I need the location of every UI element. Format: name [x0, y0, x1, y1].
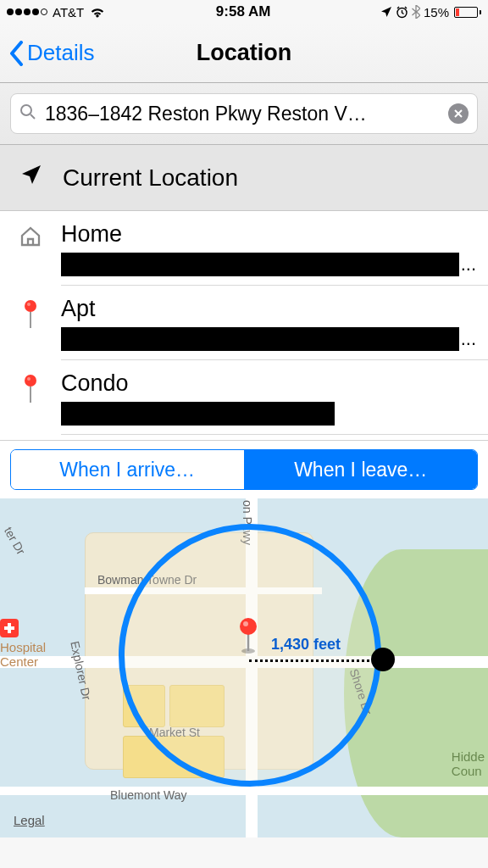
- bluetooth-icon: [412, 5, 420, 19]
- svg-point-13: [243, 621, 248, 626]
- status-time: 9:58 AM: [216, 3, 271, 20]
- battery-percentage: 15%: [424, 5, 449, 19]
- pin-icon: [22, 374, 39, 435]
- current-location-row[interactable]: Current Location: [0, 145, 488, 211]
- road-label: Bluemont Way: [110, 788, 187, 802]
- radius-line: [249, 659, 385, 662]
- park-label: Hidde Coun: [452, 750, 485, 778]
- segment-leave[interactable]: When I leave…: [245, 450, 478, 489]
- carrier-label: AT&T: [53, 5, 84, 19]
- redacted-address: [61, 253, 459, 276]
- status-bar: AT&T 9:58 AM 15%: [0, 0, 488, 24]
- pin-icon: [22, 299, 39, 360]
- map-legal-link[interactable]: Legal: [14, 813, 45, 827]
- svg-point-2: [25, 300, 36, 312]
- signal-strength-icon: [7, 8, 47, 15]
- redacted-address: [61, 402, 335, 426]
- wifi-icon: [89, 6, 106, 18]
- radius-drag-handle[interactable]: [371, 648, 395, 671]
- location-name: Condo: [61, 370, 476, 397]
- search-bar: [0, 83, 488, 145]
- list-item[interactable]: Home ...: [0, 211, 488, 286]
- location-name: Apt: [61, 296, 476, 322]
- back-label: Details: [27, 40, 94, 66]
- navigation-bar: Details Location: [0, 24, 488, 83]
- location-services-icon: [380, 6, 392, 18]
- radius-distance-label: 1,430 feet: [271, 636, 341, 654]
- clear-search-button[interactable]: [448, 103, 469, 124]
- search-icon: [19, 103, 36, 124]
- home-icon: [19, 225, 42, 286]
- hospital-label: Hospital Center: [0, 641, 46, 669]
- alarm-icon: [396, 6, 408, 19]
- redacted-address: [61, 327, 459, 351]
- svg-point-1: [21, 105, 31, 115]
- location-name: Home: [61, 221, 476, 248]
- svg-point-6: [27, 377, 30, 381]
- location-arrow-icon: [20, 164, 42, 192]
- saved-locations-list[interactable]: Home ... Apt ... Condo: [0, 211, 488, 440]
- geofence-trigger-segment: When I arrive… When I leave…: [0, 440, 488, 498]
- back-button[interactable]: Details: [0, 40, 94, 66]
- current-location-label: Current Location: [63, 164, 238, 192]
- list-item[interactable]: Apt ...: [0, 286, 488, 360]
- list-item[interactable]: Condo: [0, 360, 488, 435]
- segment-arrive[interactable]: When I arrive…: [11, 450, 245, 489]
- road-label: ter Dr: [2, 525, 28, 557]
- battery-icon: [454, 7, 481, 18]
- search-input[interactable]: [45, 103, 440, 125]
- svg-point-12: [240, 618, 257, 635]
- map-road: [0, 787, 488, 795]
- hospital-icon: [0, 619, 19, 637]
- map-pin-icon[interactable]: [237, 617, 259, 658]
- map-view[interactable]: Hospital Center on Pkwy Bowman Towne Dr …: [0, 498, 488, 837]
- svg-point-3: [27, 303, 30, 306]
- svg-point-5: [25, 375, 36, 387]
